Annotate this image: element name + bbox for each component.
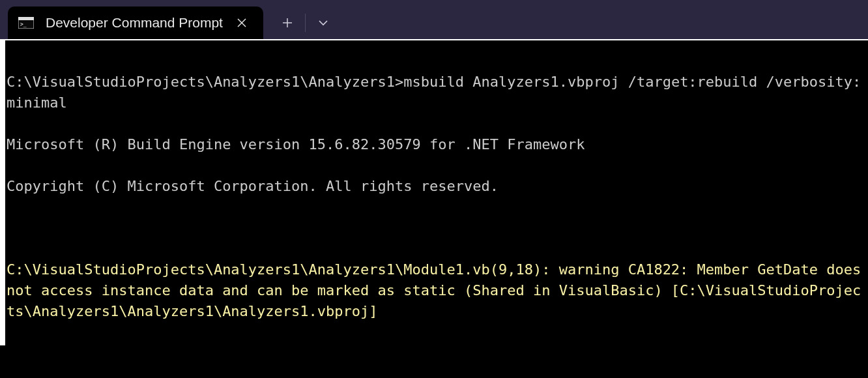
blank-line (7, 218, 868, 239)
divider (305, 14, 306, 32)
output-copyright: Copyright (C) Microsoft Corporation. All… (7, 176, 868, 197)
svg-rect-1 (18, 17, 34, 20)
svg-text:>_: >_ (20, 22, 27, 27)
tab-actions (272, 7, 338, 39)
tab-title: Developer Command Prompt (46, 15, 223, 31)
terminal-wrap: C:\VisualStudioProjects\Analyzers1\Analy… (0, 39, 868, 378)
tab-developer-command-prompt[interactable]: >_ Developer Command Prompt (8, 7, 263, 39)
tab-dropdown-button[interactable] (308, 11, 338, 35)
new-tab-button[interactable] (272, 11, 302, 35)
warning-line: C:\VisualStudioProjects\Analyzers1\Analy… (7, 259, 868, 322)
prompt-path: C:\VisualStudioProjects\Analyzers1\Analy… (7, 74, 403, 90)
output-engine: Microsoft (R) Build Engine version 15.6.… (7, 134, 868, 155)
terminal-icon: >_ (18, 16, 34, 29)
prompt-line-1: C:\VisualStudioProjects\Analyzers1\Analy… (7, 72, 868, 113)
close-tab-button[interactable] (235, 16, 249, 30)
titlebar: >_ Developer Command Prompt (0, 0, 868, 39)
bottom-margin (0, 345, 868, 378)
terminal[interactable]: C:\VisualStudioProjects\Analyzers1\Analy… (0, 39, 868, 345)
